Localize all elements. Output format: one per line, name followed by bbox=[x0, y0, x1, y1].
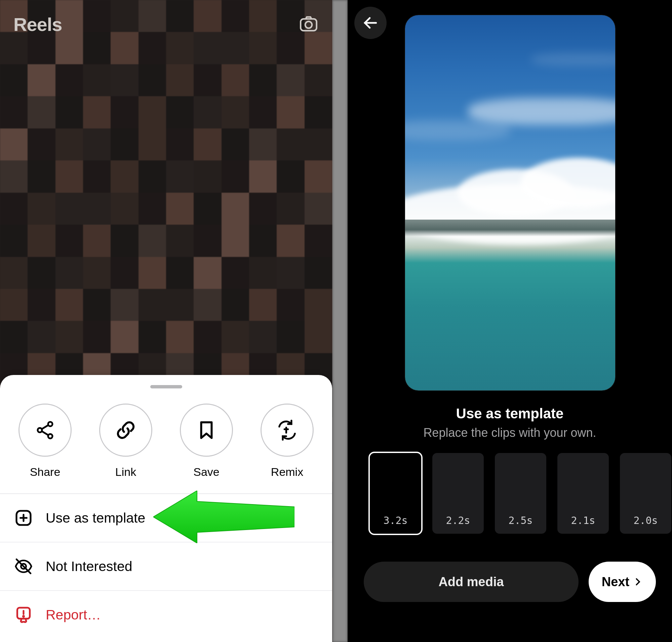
add-media-button[interactable]: Add media bbox=[364, 562, 579, 602]
use-as-template-item[interactable]: Use as template bbox=[0, 494, 332, 542]
clip-duration-label: 2.2s bbox=[446, 515, 470, 526]
quick-action-row: Share Link bbox=[0, 403, 332, 493]
clip-duration-label: 2.0s bbox=[633, 515, 658, 526]
eye-off-icon bbox=[14, 557, 33, 576]
link-button[interactable]: Link bbox=[99, 403, 152, 478]
clip-duration-label: 2.1s bbox=[571, 515, 595, 526]
back-button[interactable] bbox=[354, 7, 387, 39]
reels-options-screen: Reels bbox=[0, 0, 332, 642]
camera-button[interactable] bbox=[298, 13, 319, 34]
remix-button[interactable]: Remix bbox=[260, 403, 314, 478]
clip-duration-label: 2.5s bbox=[508, 515, 532, 526]
next-button[interactable]: Next bbox=[589, 562, 656, 602]
clip-slot-3[interactable]: 2.5s bbox=[495, 453, 546, 534]
not-interested-label: Not Interested bbox=[46, 558, 132, 574]
next-label: Next bbox=[602, 575, 629, 589]
add-media-label: Add media bbox=[438, 575, 504, 589]
screen-divider bbox=[332, 0, 348, 642]
template-preview bbox=[405, 15, 615, 390]
share-label: Share bbox=[30, 465, 61, 478]
drag-handle[interactable] bbox=[150, 385, 182, 388]
svg-point-5 bbox=[48, 434, 52, 438]
save-label: Save bbox=[193, 465, 220, 478]
not-interested-item[interactable]: Not Interested bbox=[0, 542, 332, 591]
camera-icon bbox=[298, 13, 319, 34]
clip-slot-4[interactable]: 2.1s bbox=[557, 453, 609, 534]
remix-icon bbox=[277, 420, 298, 440]
link-label: Link bbox=[115, 465, 136, 478]
report-label: Report… bbox=[46, 607, 101, 623]
clip-slot-1[interactable]: 3.2s bbox=[370, 453, 421, 534]
share-icon bbox=[35, 420, 55, 440]
clip-slot-5[interactable]: 2.0s bbox=[620, 453, 671, 534]
reels-title: Reels bbox=[13, 13, 62, 35]
svg-point-4 bbox=[38, 428, 42, 433]
svg-point-9 bbox=[23, 616, 24, 617]
svg-point-3 bbox=[48, 422, 52, 426]
svg-point-1 bbox=[305, 22, 312, 28]
clip-slot-2[interactable]: 2.2s bbox=[432, 453, 484, 534]
link-icon bbox=[115, 420, 136, 440]
report-item[interactable]: Report… bbox=[0, 591, 332, 639]
plus-square-icon bbox=[14, 509, 33, 527]
share-button[interactable]: Share bbox=[18, 403, 72, 478]
remix-label: Remix bbox=[271, 465, 303, 478]
clip-slots-row: 3.2s2.2s2.5s2.1s2.0s bbox=[370, 453, 672, 534]
arrow-left-icon bbox=[362, 14, 379, 31]
report-icon bbox=[14, 605, 33, 624]
template-subtitle: Replace the clips with your own. bbox=[348, 426, 672, 440]
bottom-sheet: Share Link bbox=[0, 375, 332, 642]
chevron-right-icon bbox=[633, 577, 643, 587]
save-button[interactable]: Save bbox=[180, 403, 233, 478]
bookmark-icon bbox=[196, 420, 217, 440]
template-editor-screen: Use as template Replace the clips with y… bbox=[348, 0, 672, 642]
template-title: Use as template bbox=[348, 406, 672, 422]
use-as-template-label: Use as template bbox=[46, 510, 145, 526]
clip-duration-label: 3.2s bbox=[383, 515, 408, 526]
